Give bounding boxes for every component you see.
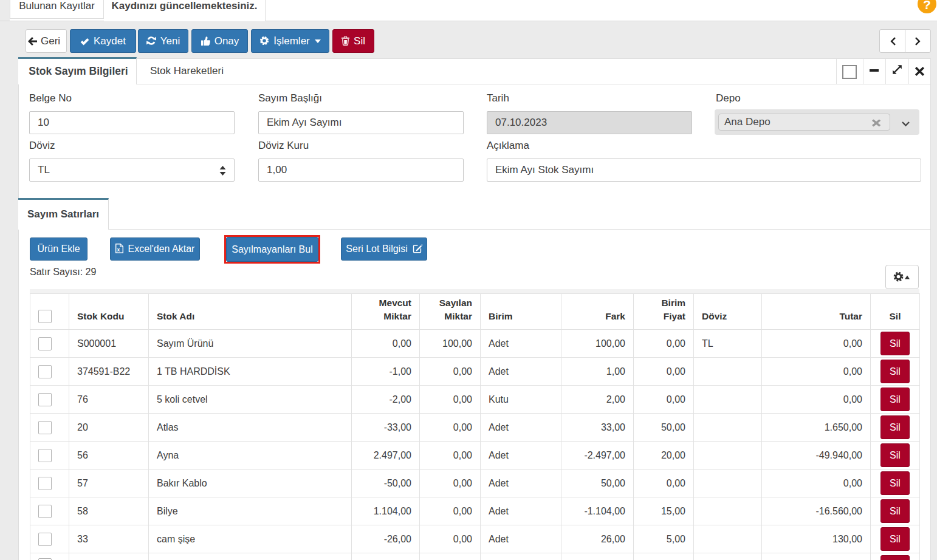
svg-text:x: x xyxy=(117,247,120,253)
